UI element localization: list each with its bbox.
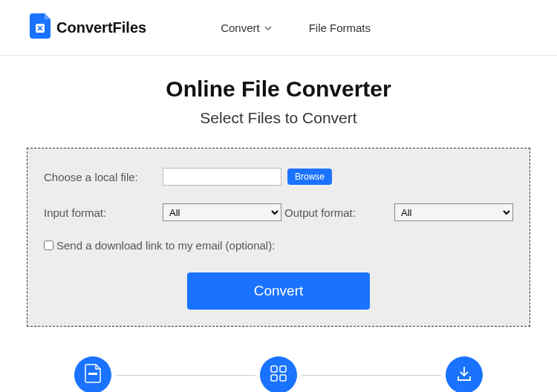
output-format-select[interactable]: All — [394, 203, 513, 221]
nav: Convert File Formats — [221, 22, 371, 34]
convert-form: Choose a local file: Browse Input format… — [27, 148, 530, 327]
step-download — [446, 356, 483, 392]
chevron-down-icon — [264, 22, 272, 34]
grid-icon — [270, 365, 287, 385]
convert-button[interactable]: Convert — [187, 272, 371, 310]
convert-wrap: Convert — [44, 272, 513, 310]
step-line — [302, 375, 441, 376]
file-icon — [85, 364, 101, 386]
nav-formats-label: File Formats — [309, 22, 371, 34]
logo[interactable]: ConvertFiles — [30, 13, 146, 42]
svg-rect-5 — [280, 375, 286, 381]
header: ConvertFiles Convert File Formats — [0, 0, 557, 56]
input-format-select[interactable]: All — [163, 203, 281, 221]
nav-formats[interactable]: File Formats — [309, 22, 371, 34]
brand-name: ConvertFiles — [56, 19, 146, 36]
svg-rect-4 — [271, 375, 277, 381]
step-upload — [74, 356, 111, 392]
output-format-label: Output format: — [284, 206, 356, 219]
svg-rect-3 — [280, 366, 286, 372]
step-line — [116, 375, 255, 376]
download-icon — [456, 365, 472, 385]
svg-rect-2 — [271, 366, 277, 372]
steps — [74, 356, 483, 392]
file-row: Choose a local file: Browse — [44, 168, 513, 186]
logo-icon — [30, 13, 51, 42]
file-input[interactable] — [163, 168, 281, 186]
step-convert — [260, 356, 297, 392]
email-checkbox[interactable] — [44, 241, 53, 250]
nav-convert[interactable]: Convert — [221, 22, 272, 34]
email-row: Send a download link to my email (option… — [44, 239, 513, 252]
input-format-label: Input format: — [44, 206, 163, 219]
email-checkbox-label: Send a download link to my email (option… — [56, 239, 275, 252]
choose-file-label: Choose a local file: — [44, 171, 163, 183]
page-title: Online File Converter — [0, 76, 557, 102]
browse-button[interactable]: Browse — [287, 169, 332, 185]
svg-rect-1 — [88, 373, 97, 375]
page-subtitle: Select Files to Convert — [0, 109, 557, 127]
format-row: Input format: All Output format: All — [44, 203, 513, 221]
nav-convert-label: Convert — [221, 22, 260, 34]
